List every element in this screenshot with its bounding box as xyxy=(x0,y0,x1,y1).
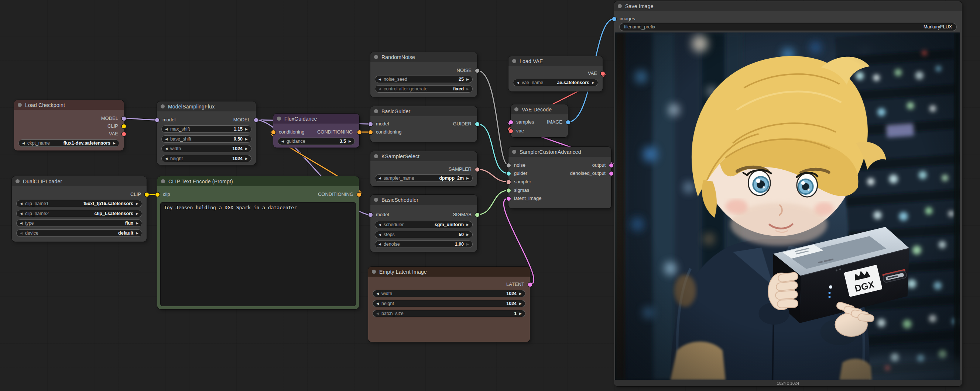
width-widget[interactable]: ◀ width 1024 ▶ xyxy=(161,145,251,152)
increment-arrow-icon[interactable]: ▶ xyxy=(245,138,248,141)
increment-arrow-icon[interactable]: ▶ xyxy=(519,292,522,296)
decrement-arrow-icon[interactable]: ◀ xyxy=(379,78,381,81)
vae-output-port[interactable] xyxy=(601,71,605,76)
clip-output-port[interactable] xyxy=(122,124,126,128)
model-input-port[interactable] xyxy=(369,213,372,217)
base-shift-widget[interactable]: ◀ base_shift 0.50 ▶ xyxy=(161,135,251,143)
output-output-port[interactable] xyxy=(609,163,613,168)
noise-output-port[interactable] xyxy=(475,69,479,73)
decrement-arrow-icon[interactable]: ◀ xyxy=(20,202,22,206)
conditioning-output-port[interactable] xyxy=(358,130,361,134)
latent-image-input-port[interactable] xyxy=(507,196,511,201)
node-vae-decode-header[interactable]: VAE Decode xyxy=(511,104,568,114)
increment-arrow-icon[interactable]: ▶ xyxy=(245,157,248,160)
link-checkpoint-model-to-msf[interactable] xyxy=(124,119,157,120)
decrement-arrow-icon[interactable]: ◀ xyxy=(22,142,25,145)
denoise-widget[interactable]: ◀ denoise 1.00 ▶ xyxy=(375,241,473,248)
sigmas-input-port[interactable] xyxy=(507,188,511,193)
clip-output-port[interactable] xyxy=(145,193,149,196)
decrement-arrow-icon[interactable]: ◀ xyxy=(379,177,381,180)
height-widget[interactable]: ◀ height 1024 ▶ xyxy=(372,300,525,307)
increment-arrow-icon[interactable]: ▶ xyxy=(245,147,248,150)
increment-arrow-icon[interactable]: ▶ xyxy=(592,81,595,84)
decrement-arrow-icon[interactable]: ◀ xyxy=(282,140,284,143)
conditioning-input-port[interactable] xyxy=(271,130,275,134)
model-output-port[interactable] xyxy=(122,117,126,120)
steps-widget[interactable]: ◀ steps 50 ▶ xyxy=(375,231,473,238)
sampler-output-port[interactable] xyxy=(475,168,479,171)
images-input-port[interactable] xyxy=(612,17,616,21)
increment-arrow-icon[interactable]: ▶ xyxy=(245,128,248,131)
control-after-generate-widget[interactable]: ◀ control after generate fixed ▶ xyxy=(375,85,473,93)
node-load-checkpoint-header[interactable]: Load Checkpoint xyxy=(14,100,124,110)
model-input-port[interactable] xyxy=(155,118,159,122)
guider-input-port[interactable] xyxy=(507,171,511,176)
increment-arrow-icon[interactable]: ▶ xyxy=(136,222,138,225)
model-input-port[interactable] xyxy=(369,122,372,126)
increment-arrow-icon[interactable]: ▶ xyxy=(466,78,469,81)
decrement-arrow-icon[interactable]: ◀ xyxy=(376,302,379,306)
node-load-vae-header[interactable]: Load VAE xyxy=(509,56,603,66)
node-empty-latent-image-header[interactable]: Empty Latent Image xyxy=(368,267,530,277)
decrement-arrow-icon[interactable]: ◀ xyxy=(379,243,381,246)
noise-seed-widget[interactable]: ◀ noise_seed 25 ▶ xyxy=(375,76,473,83)
decrement-arrow-icon[interactable]: ◀ xyxy=(517,81,519,84)
sampler-name-widget[interactable]: ◀ sampler_name dpmpp_2m ▶ xyxy=(375,174,473,182)
vae-input-port[interactable] xyxy=(509,129,513,133)
samples-input-port[interactable] xyxy=(509,120,513,124)
device-widget[interactable]: ◀ device default ▶ xyxy=(16,230,142,237)
max-shift-widget[interactable]: ◀ max_shift 1.15 ▶ xyxy=(161,125,251,133)
link-guider-to-sampler[interactable] xyxy=(477,124,509,173)
decrement-arrow-icon[interactable]: ◀ xyxy=(165,138,168,141)
decrement-arrow-icon[interactable]: ◀ xyxy=(379,233,381,236)
node-flux-guidance-header[interactable]: FluxGuidance xyxy=(273,114,359,123)
increment-arrow-icon[interactable]: ▶ xyxy=(136,212,138,215)
height-widget[interactable]: ◀ height 1024 ▶ xyxy=(161,155,251,162)
ckpt-name-widget[interactable]: ◀ ckpt_name flux1-dev.safetensors ▶ xyxy=(19,139,119,147)
vae-output-port[interactable] xyxy=(122,132,126,136)
node-basic-guider-header[interactable]: BasicGuider xyxy=(371,106,477,116)
decrement-arrow-icon[interactable]: ◀ xyxy=(376,312,379,315)
sampler-input-port[interactable] xyxy=(507,180,511,184)
clip-input-port[interactable] xyxy=(156,193,159,196)
increment-arrow-icon[interactable]: ▶ xyxy=(466,223,469,226)
decrement-arrow-icon[interactable]: ◀ xyxy=(20,232,22,235)
increment-arrow-icon[interactable]: ▶ xyxy=(348,140,351,143)
prompt-textarea[interactable]: Toy Jensen holding a DGX Spark in a data… xyxy=(160,202,356,306)
decrement-arrow-icon[interactable]: ◀ xyxy=(165,157,168,160)
guidance-widget[interactable]: ◀ guidance 3.5 ▶ xyxy=(278,138,355,145)
decrement-arrow-icon[interactable]: ◀ xyxy=(165,147,168,150)
node-ksampler-select-header[interactable]: KSamplerSelect xyxy=(371,151,477,161)
type-widget[interactable]: ◀ type flux ▶ xyxy=(16,220,142,227)
decrement-arrow-icon[interactable]: ◀ xyxy=(379,87,381,91)
width-widget[interactable]: ◀ width 1024 ▶ xyxy=(372,290,525,297)
filename-prefix-widget[interactable]: filename_prefix MarkuryFLUX xyxy=(619,23,957,31)
decrement-arrow-icon[interactable]: ◀ xyxy=(165,128,168,131)
node-random-noise-header[interactable]: RandomNoise xyxy=(371,52,477,62)
conditioning-input-port[interactable] xyxy=(369,130,372,134)
increment-arrow-icon[interactable]: ▶ xyxy=(466,233,469,236)
increment-arrow-icon[interactable]: ▶ xyxy=(519,312,522,315)
scheduler-widget[interactable]: ◀ scheduler sgm_uniform ▶ xyxy=(375,221,473,228)
batch-size-widget[interactable]: ◀ batch_size 1 ▶ xyxy=(372,310,525,317)
node-dual-clip-loader-header[interactable]: DualCLIPLoader xyxy=(12,176,146,186)
conditioning-output-port[interactable] xyxy=(357,193,361,196)
increment-arrow-icon[interactable]: ▶ xyxy=(136,232,138,235)
clip-name1-widget[interactable]: ◀ clip_name1 t5xxl_fp16.safetensors ▶ xyxy=(16,200,142,207)
increment-arrow-icon[interactable]: ▶ xyxy=(466,177,469,180)
increment-arrow-icon[interactable]: ▶ xyxy=(466,87,469,91)
increment-arrow-icon[interactable]: ▶ xyxy=(466,243,469,246)
decrement-arrow-icon[interactable]: ◀ xyxy=(379,223,381,226)
decrement-arrow-icon[interactable]: ◀ xyxy=(20,222,22,225)
node-save-image-header[interactable]: Save Image xyxy=(614,1,962,11)
clip-name2-widget[interactable]: ◀ clip_name2 clip_l.safetensors ▶ xyxy=(16,210,142,217)
sigmas-output-port[interactable] xyxy=(475,213,479,217)
node-sampler-custom-advanced-header[interactable]: SamplerCustomAdvanced xyxy=(509,147,611,157)
noise-input-port[interactable] xyxy=(507,163,511,168)
guider-output-port[interactable] xyxy=(475,122,479,126)
decrement-arrow-icon[interactable]: ◀ xyxy=(376,292,379,296)
vae-name-widget[interactable]: ◀ vae_name ae.safetensors ▶ xyxy=(513,79,598,86)
latent-output-port[interactable] xyxy=(528,283,532,287)
increment-arrow-icon[interactable]: ▶ xyxy=(136,202,138,206)
denoised-output-port[interactable] xyxy=(609,171,613,176)
